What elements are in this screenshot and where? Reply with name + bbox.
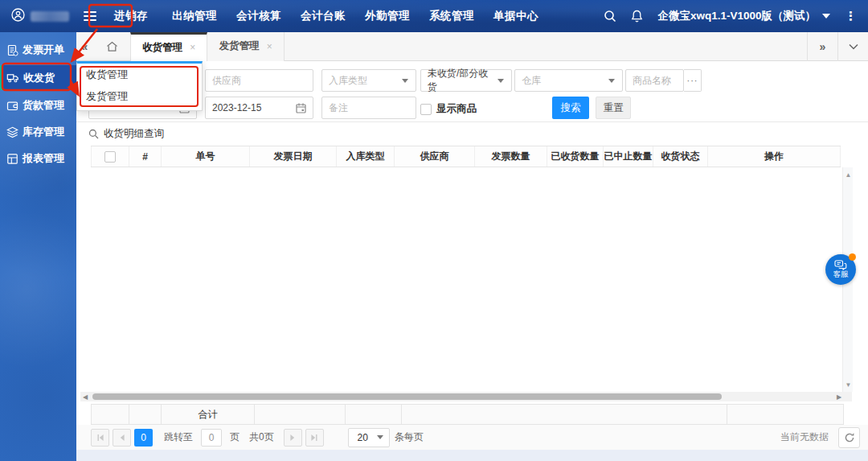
magnifier-icon xyxy=(88,129,99,139)
nav-item-kuaiji-hesuan[interactable]: 会计核算 xyxy=(236,9,281,23)
submenu-item-receiving[interactable]: 收货管理 xyxy=(77,64,202,85)
top-nav: 进销存 出纳管理 会计核算 会计台账 外勤管理 系统管理 单据中心 xyxy=(109,6,538,27)
in-type-placeholder: 入库类型 xyxy=(329,74,402,88)
calendar-icon xyxy=(296,103,306,113)
hamburger-icon[interactable] xyxy=(84,9,96,23)
supplier-input[interactable] xyxy=(205,69,313,92)
warehouse-select[interactable]: 仓库 xyxy=(514,69,623,92)
col-received-qty: 已收货数量 xyxy=(547,146,604,167)
wallet-icon xyxy=(6,100,18,112)
collapse-tabs-icon[interactable]: « xyxy=(81,39,88,53)
user-avatar-icon xyxy=(11,8,25,24)
nav-item-chuna[interactable]: 出纳管理 xyxy=(172,9,217,23)
total-pages-label: 共0页 xyxy=(249,430,274,444)
kefu-label: 客服 xyxy=(833,270,849,280)
tab-label: 收货管理 xyxy=(142,41,182,55)
sidebar-item-reports[interactable]: 报表管理 xyxy=(0,147,76,170)
nav-item-kuaiji-taizhang[interactable]: 会计台账 xyxy=(301,9,346,23)
sidebar-item-label: 收发货 xyxy=(23,71,55,85)
customer-service-button[interactable]: 客服 xyxy=(825,254,856,285)
section-title: 收货明细查询 xyxy=(104,127,164,141)
tab-delivery[interactable]: 发货管理 × xyxy=(207,32,285,61)
total-row: 合计 xyxy=(91,404,844,425)
select-all-cell xyxy=(91,146,129,167)
topbar-right: 企微宝xwq1.1-V1000版（测试） ⋮ xyxy=(604,9,868,23)
invoice-icon xyxy=(6,44,18,56)
sidebar-item-shipping[interactable]: 收发货 xyxy=(0,65,76,90)
close-icon[interactable]: × xyxy=(267,41,272,52)
receive-status-value: 未收货/部分收货 xyxy=(428,67,497,94)
tab-receiving[interactable]: 收货管理 × xyxy=(130,32,207,61)
col-order-no: 单号 xyxy=(162,146,250,167)
bell-icon[interactable] xyxy=(631,10,643,23)
scroll-left-icon[interactable]: ◀ xyxy=(80,393,90,401)
first-page-button[interactable] xyxy=(91,429,109,447)
search-button[interactable]: 搜索 xyxy=(552,97,589,119)
horizontal-scrollbar[interactable]: ◀ ▶ xyxy=(80,392,852,401)
report-icon xyxy=(6,153,18,165)
truck-icon xyxy=(6,72,19,84)
more-options-button[interactable]: ··· xyxy=(684,69,702,92)
last-page-button[interactable] xyxy=(305,429,324,447)
sidebar-item-invoice[interactable]: 发票开单 xyxy=(0,39,76,61)
col-invoice-qty: 发票数量 xyxy=(475,146,547,167)
more-menu-icon[interactable]: ⋮ xyxy=(845,9,857,23)
tab-list-chevron-icon[interactable] xyxy=(837,32,868,61)
jump-page-input[interactable] xyxy=(201,429,222,447)
prev-page-button[interactable] xyxy=(113,429,131,447)
total-label: 合计 xyxy=(162,405,255,424)
expand-tabs-icon[interactable]: » xyxy=(807,32,837,61)
next-page-button[interactable] xyxy=(284,429,302,447)
pagination-status: 当前无数据 xyxy=(780,427,868,448)
col-supplier: 供应商 xyxy=(395,146,475,167)
notification-dot xyxy=(849,253,856,261)
nav-item-waiqin[interactable]: 外勤管理 xyxy=(365,9,410,23)
reset-button[interactable]: 重置 xyxy=(596,97,631,119)
product-name-input[interactable] xyxy=(625,69,684,92)
account-label: 企微宝xwq1.1-V1000版（测试） xyxy=(657,9,816,23)
invoice-date-input[interactable]: 2023-12-15 xyxy=(205,97,313,119)
scroll-down-icon[interactable]: ▼ xyxy=(843,379,854,390)
tab-label: 发货管理 xyxy=(219,39,260,53)
sidebar-item-payment[interactable]: 货款管理 xyxy=(0,94,76,117)
refresh-button[interactable] xyxy=(838,427,860,448)
scroll-up-icon[interactable]: ▲ xyxy=(843,169,854,180)
receive-status-select[interactable]: 未收货/部分收货 xyxy=(420,69,512,92)
remark-input[interactable] xyxy=(321,97,416,119)
close-icon[interactable]: × xyxy=(190,42,195,53)
account-switcher[interactable]: 企微宝xwq1.1-V1000版（测试） xyxy=(657,9,830,23)
jump-label: 跳转至 xyxy=(164,430,193,444)
submenu-item-delivery[interactable]: 发货管理 xyxy=(77,85,202,107)
scrollbar-thumb[interactable] xyxy=(92,393,722,400)
nav-item-danju[interactable]: 单据中心 xyxy=(493,9,538,23)
per-page-label: 条每页 xyxy=(395,430,424,444)
sidebar-item-label: 报表管理 xyxy=(23,151,64,166)
chevron-down-icon xyxy=(608,79,615,83)
search-icon[interactable] xyxy=(604,10,616,23)
show-product-checkbox[interactable]: 显示商品 xyxy=(420,102,477,116)
chevron-down-icon xyxy=(377,435,383,439)
page-size-value: 20 xyxy=(349,432,377,443)
nav-item-xitong[interactable]: 系统管理 xyxy=(429,9,474,23)
select-all-checkbox[interactable] xyxy=(104,151,116,163)
table-body-empty xyxy=(91,167,841,392)
sidebar-item-label: 库存管理 xyxy=(23,125,64,139)
tabbar-controls: » xyxy=(807,32,868,61)
current-page-button[interactable]: 0 xyxy=(134,429,153,447)
home-icon[interactable] xyxy=(105,40,119,53)
topbar: 进销存 出纳管理 会计核算 会计台账 外勤管理 系统管理 单据中心 企微宝xwq… xyxy=(0,0,868,32)
shipping-submenu: 收货管理 发货管理 xyxy=(76,61,203,111)
chevron-down-icon xyxy=(822,14,830,19)
section-header: 收货明细查询 xyxy=(76,122,868,146)
col-in-type: 入库类型 xyxy=(337,146,395,167)
col-index: # xyxy=(129,146,162,167)
in-type-select[interactable]: 入库类型 xyxy=(321,69,416,92)
checkbox[interactable] xyxy=(420,104,432,115)
user-menu[interactable] xyxy=(11,8,69,24)
sidebar-item-inventory[interactable]: 库存管理 xyxy=(0,121,76,143)
page-size-select[interactable]: 20 xyxy=(348,428,390,447)
nav-item-jinxiaocun[interactable]: 进销存 xyxy=(109,6,153,27)
col-invoice-date: 发票日期 xyxy=(250,146,337,167)
scroll-right-icon[interactable]: ▶ xyxy=(834,393,844,401)
pagination-bar: 0 跳转至 页 共0页 20 条每页 当前无数据 xyxy=(76,425,868,450)
